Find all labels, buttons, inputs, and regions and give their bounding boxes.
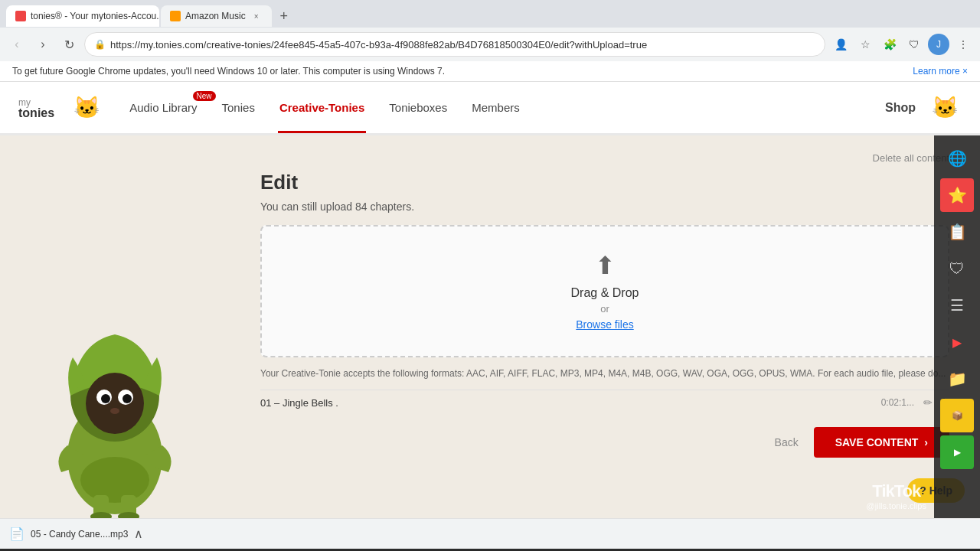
tiktok-username: @jills.tonie.clips	[867, 501, 926, 510]
tiktok-watermark: TikTok @jills.tonie.clips	[867, 481, 926, 510]
lock-icon: 🔒	[94, 39, 106, 50]
right-panel-shield[interactable]: 🛡	[940, 252, 974, 285]
chapters-info: You can still upload 84 chapters.	[260, 201, 949, 213]
account-icon[interactable]: 👤	[830, 34, 851, 55]
right-panel-youtube[interactable]: ▶	[940, 325, 974, 359]
nav-members[interactable]: Members	[470, 82, 521, 133]
right-panel-star[interactable]: ⭐	[940, 178, 974, 212]
drag-drop-text: Drag & Drop	[286, 286, 923, 300]
new-tab-button[interactable]: +	[273, 5, 295, 27]
right-panel-green-box[interactable]: ▶	[940, 435, 974, 469]
tab-close-amazon[interactable]: ×	[250, 10, 263, 22]
browser-chrome: tonies® - Your mytonies-Accou... × Amazo…	[0, 0, 980, 82]
nav-creative-tonies[interactable]: Creative-Tonies	[278, 82, 366, 133]
browser-toolbar: ‹ › ↻ 🔒 https://my.tonies.com/creative-t…	[0, 28, 980, 61]
track-name: 01 – Jingle Bells .	[260, 397, 872, 409]
nav-items: Audio Library New Tonies Creative-Tonies…	[128, 82, 521, 133]
bookmark-icon[interactable]: ☆	[854, 34, 876, 55]
or-text: or	[286, 303, 923, 315]
delete-all-container: Delete all content	[260, 151, 949, 165]
edit-panel: Delete all content Edit You can still up…	[230, 135, 980, 518]
shield-icon[interactable]: 🛡	[903, 34, 925, 55]
tiktok-logo: TikTok	[867, 481, 926, 501]
save-content-button[interactable]: SAVE CONTENT ›	[814, 427, 949, 458]
svg-point-7	[110, 408, 119, 414]
upload-drop-zone[interactable]: ⬆ Drag & Drop or Browse files	[260, 225, 949, 357]
extensions-icon[interactable]: 🧩	[879, 34, 900, 55]
right-panel-folder[interactable]: 📁	[940, 362, 974, 396]
svg-point-5	[101, 394, 110, 403]
forward-button[interactable]: ›	[32, 34, 54, 55]
download-bar: 📄 05 - Candy Cane....mp3 ∧	[0, 518, 980, 549]
back-link[interactable]: Back	[775, 436, 799, 448]
tab-title-amazon: Amazon Music	[185, 11, 246, 21]
tab-favicon-tonies	[15, 11, 26, 21]
svg-point-8	[80, 457, 149, 503]
learn-more-link[interactable]: Learn more ×	[913, 66, 968, 77]
edit-title: Edit	[260, 171, 949, 194]
profile-icon[interactable]: J	[928, 34, 949, 55]
url-text: https://my.tonies.com/creative-tonies/24…	[110, 39, 815, 51]
tab-amazon[interactable]: Amazon Music ×	[161, 5, 272, 27]
right-panel-menu[interactable]: ☰	[940, 289, 974, 322]
tab-bar: tonies® - Your mytonies-Accou... × Amazo…	[0, 0, 980, 28]
audio-library-badge: New	[193, 91, 216, 101]
tab-favicon-amazon	[170, 11, 181, 21]
download-chevron-icon[interactable]: ∧	[134, 527, 143, 541]
menu-icon[interactable]: ⋮	[952, 34, 974, 55]
back-button[interactable]: ‹	[6, 34, 28, 55]
tab-title-tonies: tonies® - Your mytonies-Accou...	[31, 11, 159, 21]
upload-icon: ⬆	[286, 251, 923, 280]
update-notification-bar: To get future Google Chrome updates, you…	[0, 61, 980, 82]
right-panel: 🌐 ⭐ 📋 🛡 ☰ ▶ 📁 📦 ▶	[934, 135, 980, 518]
site-nav: my tonies 🐱 Audio Library New Tonies Cre…	[0, 82, 980, 135]
right-panel-yellow-box[interactable]: 📦	[940, 399, 974, 432]
download-filename: 05 - Candy Cane....mp3	[31, 529, 128, 540]
format-info: Your Creative-Tonie accepts the followin…	[260, 367, 949, 380]
browse-files-link[interactable]: Browse files	[576, 318, 633, 331]
page-content: my tonies 🐱 Audio Library New Tonies Cre…	[0, 82, 980, 518]
shop-button[interactable]: Shop	[885, 101, 916, 115]
site-logo[interactable]: my tonies 🐱	[18, 91, 103, 125]
tonie-character-side	[0, 135, 230, 518]
track-duration: 0:02:1...	[881, 397, 914, 408]
track-item: 01 – Jingle Bells . 0:02:1... ✏ 🗑	[260, 390, 949, 415]
svg-point-2	[86, 373, 144, 434]
nav-tonies[interactable]: Tonies	[220, 82, 256, 133]
track-edit-btn[interactable]: ✏	[923, 396, 933, 409]
bottom-actions: Back SAVE CONTENT ›	[260, 427, 949, 458]
reload-button[interactable]: ↻	[58, 34, 80, 55]
user-avatar[interactable]: 🐱	[928, 91, 962, 125]
right-panel-globe[interactable]: 🌐	[940, 142, 974, 175]
nav-tonieboxes[interactable]: Tonieboxes	[387, 82, 449, 133]
nav-audio-library[interactable]: Audio Library New	[128, 82, 198, 133]
logo-tonies-text: tonies	[18, 107, 54, 119]
tab-tonies[interactable]: tonies® - Your mytonies-Accou... ×	[6, 5, 159, 27]
logo-cat-icon: 🐱	[70, 91, 103, 125]
tonie-character-svg	[38, 304, 191, 518]
main-area: Delete all content Edit You can still up…	[0, 135, 980, 518]
address-bar[interactable]: 🔒 https://my.tonies.com/creative-tonies/…	[84, 32, 825, 57]
download-file-icon: 📄	[9, 527, 24, 541]
right-panel-copy[interactable]: 📋	[940, 215, 974, 249]
update-bar-text: To get future Google Chrome updates, you…	[12, 66, 445, 77]
toolbar-actions: 👤 ☆ 🧩 🛡 J ⋮	[830, 34, 974, 55]
svg-point-6	[122, 394, 132, 403]
logo-my-text: my	[18, 96, 54, 107]
